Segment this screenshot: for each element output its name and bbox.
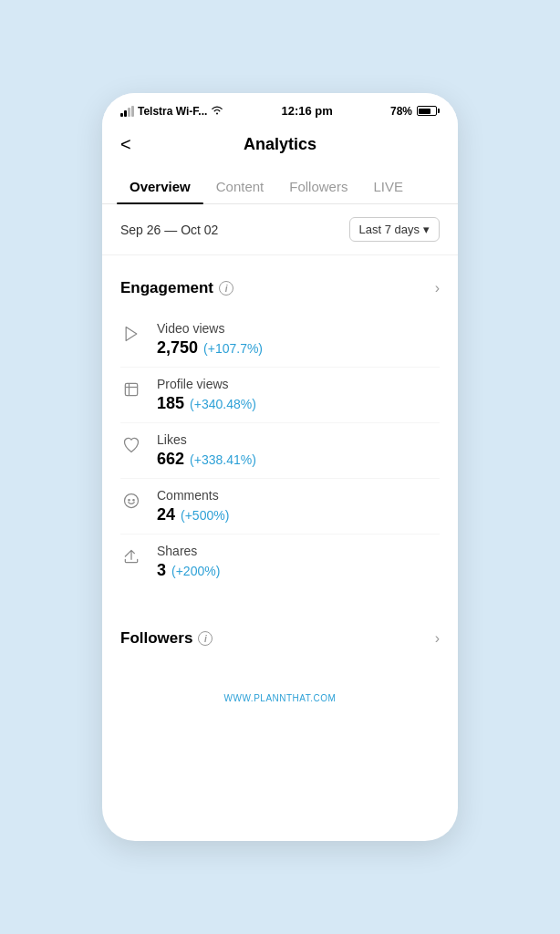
followers-chevron-icon[interactable]: › xyxy=(435,630,440,647)
svg-point-6 xyxy=(133,500,134,501)
svg-rect-1 xyxy=(125,383,137,395)
engagement-info-icon[interactable]: i xyxy=(219,281,233,296)
signal-bars-icon xyxy=(120,106,134,117)
metric-values-video-views: 2,750 (+107.7%) xyxy=(157,338,440,358)
metric-number-video-views: 2,750 xyxy=(157,338,198,358)
metric-change-shares: (+200%) xyxy=(171,564,220,578)
phone-frame: Telstra Wi-F... 12:16 pm 78% < Analytics xyxy=(102,93,458,841)
metric-values-profile-views: 185 (+340.48%) xyxy=(157,394,440,413)
metric-change-likes: (+338.41%) xyxy=(190,452,256,467)
tab-followers[interactable]: Followers xyxy=(276,170,360,203)
followers-title: Followers xyxy=(120,629,192,648)
metric-label-likes: Likes xyxy=(157,432,440,447)
play-icon xyxy=(120,323,142,345)
metric-content-likes: Likes 662 (+338.41%) xyxy=(157,432,440,469)
metric-content-shares: Shares 3 (+200%) xyxy=(157,544,440,580)
metric-content-comments: Comments 24 (+500%) xyxy=(157,488,440,524)
battery-pct-label: 78% xyxy=(390,105,412,118)
status-bar: Telstra Wi-F... 12:16 pm 78% xyxy=(102,93,458,123)
metric-row-video-views: Video views 2,750 (+107.7%) xyxy=(120,312,440,368)
followers-info-icon[interactable]: i xyxy=(198,631,213,646)
metric-content-profile-views: Profile views 185 (+340.48%) xyxy=(157,377,440,413)
tab-live[interactable]: LIVE xyxy=(360,170,416,203)
followers-section: Followers i › xyxy=(102,613,458,679)
wifi-icon xyxy=(211,104,223,118)
metric-label-shares: Shares xyxy=(157,544,440,558)
metric-values-likes: 662 (+338.41%) xyxy=(157,450,440,469)
metric-row-profile-views: Profile views 185 (+340.48%) xyxy=(120,368,440,423)
date-row: Sep 26 — Oct 02 Last 7 days ▾ xyxy=(102,204,458,255)
engagement-title: Engagement xyxy=(120,279,213,297)
metric-values-comments: 24 (+500%) xyxy=(157,505,440,524)
metric-label-profile-views: Profile views xyxy=(157,377,440,391)
header: < Analytics xyxy=(102,123,458,170)
svg-marker-0 xyxy=(126,327,137,341)
status-right: 78% xyxy=(390,105,440,118)
metric-change-profile-views: (+340.48%) xyxy=(190,397,256,411)
back-button[interactable]: < xyxy=(120,130,139,159)
followers-title-row: Followers i xyxy=(120,629,213,648)
engagement-chevron-icon[interactable]: › xyxy=(435,280,440,296)
metric-change-video-views: (+107.7%) xyxy=(203,341,263,356)
tab-overview[interactable]: Overview xyxy=(117,170,203,203)
metric-label-comments: Comments xyxy=(157,488,440,503)
status-left: Telstra Wi-F... xyxy=(120,104,223,118)
heart-icon xyxy=(120,434,142,456)
engagement-section: Engagement i › Video views 2,750 (+107.7… xyxy=(102,263,458,606)
tabs-bar: Overview Content Followers LIVE xyxy=(102,170,458,204)
svg-point-4 xyxy=(125,494,139,508)
page-title: Analytics xyxy=(244,135,316,154)
metric-number-profile-views: 185 xyxy=(157,394,184,413)
metric-row-shares: Shares 3 (+200%) xyxy=(120,534,440,589)
svg-point-5 xyxy=(129,500,130,501)
metric-change-comments: (+500%) xyxy=(181,508,229,523)
metric-label-video-views: Video views xyxy=(157,321,440,336)
watermark-text: WWW.PLANNTHAT.COM xyxy=(224,693,337,703)
engagement-title-row: Engagement i xyxy=(120,279,233,297)
date-range-label: Sep 26 — Oct 02 xyxy=(120,223,218,237)
comment-icon xyxy=(120,490,142,512)
date-picker-button[interactable]: Last 7 days ▾ xyxy=(349,217,441,242)
metric-row-likes: Likes 662 (+338.41%) xyxy=(120,423,440,479)
metric-number-shares: 3 xyxy=(157,561,166,580)
metric-number-comments: 24 xyxy=(157,505,175,524)
footer-watermark: WWW.PLANNTHAT.COM xyxy=(102,679,458,718)
date-picker-arrow: ▾ xyxy=(423,223,430,236)
tab-content[interactable]: Content xyxy=(203,170,277,203)
time-label: 12:16 pm xyxy=(281,104,332,118)
metric-number-likes: 662 xyxy=(157,450,184,469)
carrier-label: Telstra Wi-F... xyxy=(138,105,207,118)
share-icon xyxy=(120,545,142,567)
metric-values-shares: 3 (+200%) xyxy=(157,561,440,580)
metric-content-video-views: Video views 2,750 (+107.7%) xyxy=(157,321,440,358)
profile-icon xyxy=(120,379,142,400)
metric-row-comments: Comments 24 (+500%) xyxy=(120,479,440,534)
date-picker-label: Last 7 days xyxy=(359,223,420,236)
followers-section-header: Followers i › xyxy=(120,629,440,648)
engagement-section-header: Engagement i › xyxy=(120,279,440,297)
battery-icon xyxy=(417,106,440,116)
